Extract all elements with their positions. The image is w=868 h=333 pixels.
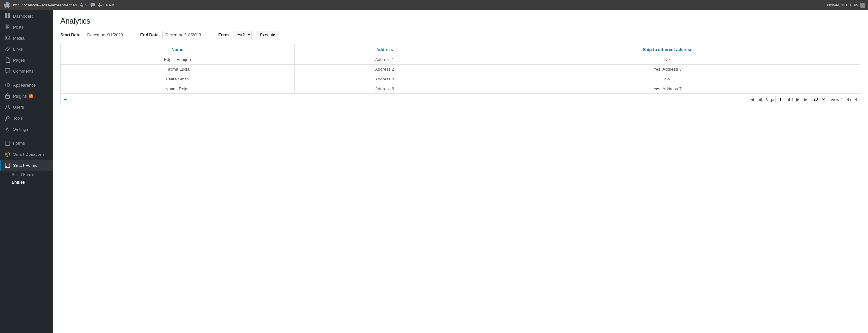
cell-ship: No. xyxy=(475,74,860,84)
cell-name: Laura Smith xyxy=(61,74,294,84)
sidebar-item-dashboard-label: Dashboard xyxy=(13,13,34,19)
sidebar-item-appearance[interactable]: Appearance xyxy=(0,79,53,91)
sidebar: Dashboard Posts Media Links Pages Commen… xyxy=(0,10,53,333)
start-date-label: Start Date xyxy=(60,32,80,37)
sidebar-item-comments-label: Comments xyxy=(13,69,33,74)
next-page-button[interactable]: ▶ xyxy=(795,96,801,103)
svg-rect-1 xyxy=(5,13,7,15)
end-date-label: End Date xyxy=(140,32,158,37)
execute-button[interactable]: Execute xyxy=(256,31,279,39)
cell-name: Fatima Lucia xyxy=(61,65,294,74)
pagination-bar: + |◀ ◀ Page of 1 ▶ ▶| 20 50 100 View 1 -… xyxy=(60,94,860,105)
cell-ship: Yes. Address 3 xyxy=(475,65,860,74)
sidebar-item-settings[interactable]: Settings xyxy=(0,124,53,135)
user-avatar xyxy=(860,3,865,8)
cell-address: Address 1 xyxy=(294,55,475,65)
sidebar-item-smart-forms[interactable]: Smart Forms xyxy=(0,160,53,171)
table-row: Fatima Lucia Address 2 Yes. Address 3 xyxy=(61,65,860,74)
sidebar-item-appearance-label: Appearance xyxy=(13,83,36,88)
plugins-badge: 3 xyxy=(29,94,34,98)
table-row: Naomi Rojas Address 6 Yes. Address 7 xyxy=(61,84,860,94)
sidebar-item-media[interactable]: Media xyxy=(0,32,53,43)
sidebar-item-settings-label: Settings xyxy=(13,127,28,132)
admin-bar: http://localhost/~edseventeen/rednao 3 +… xyxy=(0,0,868,10)
page-label: Page xyxy=(764,97,774,102)
sidebar-item-users-label: Users xyxy=(13,105,24,110)
svg-point-9 xyxy=(6,105,8,107)
sidebar-item-forms-label: Forms xyxy=(13,141,25,146)
howdy-text: Howdy, 03131189 xyxy=(827,3,865,8)
sidebar-item-plugins[interactable]: Plugins 3 xyxy=(0,91,53,102)
sidebar-item-posts[interactable]: Posts xyxy=(0,22,53,32)
sidebar-item-users[interactable]: Users xyxy=(0,102,53,112)
last-page-button[interactable]: ▶| xyxy=(802,96,810,103)
svg-rect-13 xyxy=(5,163,10,167)
comments-button[interactable] xyxy=(90,3,95,8)
cell-name: Edgar Enrique xyxy=(61,55,294,65)
total-pages: 1 xyxy=(791,97,794,102)
sidebar-item-smart-donations[interactable]: Smart Donations xyxy=(0,148,53,160)
sidebar-item-posts-label: Posts xyxy=(13,25,24,30)
sidebar-item-media-label: Media xyxy=(13,36,24,40)
per-page-select[interactable]: 20 50 100 xyxy=(811,96,827,103)
svg-rect-2 xyxy=(8,13,10,15)
sidebar-item-pages-label: Pages xyxy=(13,58,25,63)
end-date-input[interactable] xyxy=(162,31,214,39)
sidebar-item-tools[interactable]: Tools xyxy=(0,112,53,124)
sidebar-item-comments[interactable]: Comments xyxy=(0,66,53,76)
new-label: + New xyxy=(103,3,114,7)
refresh-count: 3 xyxy=(85,3,87,7)
sidebar-item-dashboard[interactable]: Dashboard xyxy=(0,10,53,22)
wp-logo[interactable] xyxy=(3,1,12,10)
form-select[interactable]: test2 xyxy=(232,31,252,39)
prev-page-button[interactable]: ◀ xyxy=(757,96,763,103)
form-label: Form xyxy=(218,32,229,37)
sidebar-item-plugins-label: Plugins xyxy=(13,94,27,99)
sidebar-item-links[interactable]: Links xyxy=(0,43,53,55)
cell-ship: Yes. Address 7 xyxy=(475,84,860,94)
svg-rect-3 xyxy=(5,16,7,19)
sidebar-item-smart-forms-label: Smart Forms xyxy=(13,163,37,168)
paging-controls: |◀ ◀ Page of 1 ▶ ▶| 20 50 100 xyxy=(748,96,827,103)
svg-rect-5 xyxy=(5,36,10,40)
col-header-name: Name xyxy=(61,44,294,55)
filter-bar: Start Date End Date Form test2 Execute xyxy=(60,31,860,39)
current-page-input[interactable] xyxy=(775,96,785,103)
cell-ship: No. xyxy=(475,55,860,65)
table-row: Laura Smith Address 4 No. xyxy=(61,74,860,84)
view-count: View 1 - 4 of 4 xyxy=(830,97,857,102)
add-row-icon[interactable]: + xyxy=(63,96,67,103)
col-header-address: Address xyxy=(294,44,475,55)
first-page-button[interactable]: |◀ xyxy=(748,96,755,103)
data-table: Name Address Ship to different address E… xyxy=(60,44,860,94)
start-date-input[interactable] xyxy=(84,31,136,39)
refresh-button[interactable]: 3 xyxy=(80,3,87,7)
svg-point-10 xyxy=(6,128,8,130)
page-title: Analytics xyxy=(60,17,860,26)
svg-rect-8 xyxy=(5,95,10,98)
svg-rect-4 xyxy=(8,16,10,19)
cell-address: Address 6 xyxy=(294,84,475,94)
table-row: Edgar Enrique Address 1 No. xyxy=(61,55,860,65)
sidebar-item-tools-label: Tools xyxy=(13,116,23,121)
new-button[interactable]: + New xyxy=(98,3,114,7)
site-url[interactable]: http://localhost/~edseventeen/rednao xyxy=(13,3,77,7)
sidebar-item-forms[interactable]: Forms xyxy=(0,138,53,148)
submenu-item-smart-forms[interactable]: Smart Forms xyxy=(0,171,53,178)
sidebar-item-smart-donations-label: Smart Donations xyxy=(13,152,44,157)
submenu-item-entries[interactable]: Entries xyxy=(0,178,53,186)
col-header-ship: Ship to different address xyxy=(475,44,860,55)
cell-address: Address 2 xyxy=(294,65,475,74)
sidebar-item-links-label: Links xyxy=(13,47,23,52)
cell-address: Address 4 xyxy=(294,74,475,84)
sidebar-item-pages[interactable]: Pages xyxy=(0,55,53,66)
cell-name: Naomi Rojas xyxy=(61,84,294,94)
of-label: of xyxy=(786,97,790,102)
main-content: Analytics Start Date End Date Form test2… xyxy=(53,10,868,333)
